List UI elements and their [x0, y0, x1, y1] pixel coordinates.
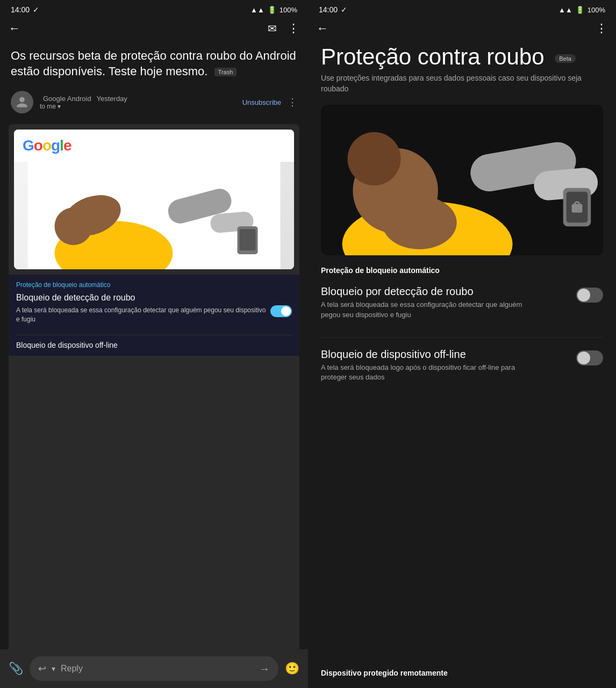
svg-rect-7: [240, 229, 256, 250]
right-content: Proteção contra roubo Beta Use proteções…: [308, 40, 616, 663]
left-signal-icon: ▲▲: [250, 6, 264, 14]
left-time: 14:00: [11, 5, 30, 14]
card-inner: Google: [14, 130, 294, 269]
feature2-title: Bloqueio de dispositivo off-line: [16, 335, 292, 349]
sender-info: Google Android Yesterday to me ▾: [40, 94, 236, 110]
right-battery-pct: 100%: [588, 6, 605, 14]
feature1-desc: A tela será bloqueada se essa configuraç…: [321, 300, 538, 319]
section-label: Proteção de bloqueio automático: [321, 266, 603, 275]
left-status-bar: 14:00 ✓ ▲▲ 🔋 100%: [0, 0, 308, 17]
page-title: Proteção contra roubo Beta: [321, 44, 603, 70]
unsubscribe-button[interactable]: Unsubscribe: [242, 98, 281, 106]
right-time: 14:00: [319, 5, 338, 14]
right-panel: 14:00 ✓ ▲▲ 🔋 100% ← ⋮ Proteção contra ro…: [308, 0, 616, 688]
feature1-title: Bloqueio de detecção de roubo: [16, 293, 270, 303]
avatar: [11, 91, 33, 113]
sender-name: Google Android Yesterday: [40, 94, 236, 103]
right-signal-icon: ▲▲: [558, 6, 572, 14]
beta-badge: Beta: [555, 54, 576, 63]
sender-row: Google Android Yesterday to me ▾ Unsubsc…: [0, 85, 308, 119]
email-subject: Os recursos beta de proteção contra roub…: [0, 40, 308, 85]
reply-bar: 📎 ↩ ▾ Reply → 🙂: [0, 649, 308, 688]
email-content-card: Google: [9, 124, 299, 683]
trash-badge[interactable]: Trash: [214, 68, 237, 76]
reply-icon[interactable]: ↩: [38, 663, 46, 675]
sender-more-icon[interactable]: ⋮: [288, 96, 297, 108]
google-logo: Google: [23, 137, 71, 154]
feature-item-1: Bloqueio por detecção de roubo A tela se…: [321, 285, 603, 337]
google-logo-area: Google: [14, 130, 294, 162]
feature1-toggle[interactable]: [576, 288, 603, 303]
feature2-desc: A tela será bloqueada logo após o dispos…: [321, 363, 538, 382]
right-more-icon[interactable]: ⋮: [596, 22, 607, 35]
reply-text: Reply: [61, 664, 254, 673]
hero-image: [321, 105, 603, 255]
back-button[interactable]: ←: [9, 22, 20, 35]
attach-icon[interactable]: 📎: [9, 662, 23, 676]
feature2-toggle[interactable]: [576, 350, 603, 366]
emoji-icon[interactable]: 🙂: [285, 662, 299, 676]
card-image: [14, 162, 294, 269]
page-subtitle: Use proteções integradas para seus dados…: [321, 73, 603, 94]
bottom-section-label: Dispositivo protegido remotamente: [308, 663, 616, 688]
left-battery-icon: 🔋: [268, 6, 276, 14]
reply-input-area[interactable]: ↩ ▾ Reply →: [30, 656, 278, 681]
more-icon[interactable]: ⋮: [288, 22, 299, 35]
feature1-desc: A tela será bloqueada se essa configuraç…: [16, 306, 270, 324]
card-bottom: Proteção de bloqueio automático Bloqueio…: [9, 275, 299, 356]
right-battery-icon: 🔋: [576, 6, 584, 14]
feature1-toggle[interactable]: [270, 305, 292, 317]
right-top-bar: ← ⋮: [308, 17, 616, 40]
left-panel: 14:00 ✓ ▲▲ 🔋 100% ← ✉ ⋮ Os recursos beta…: [0, 0, 308, 688]
svg-point-3: [55, 207, 92, 245]
right-checkmark: ✓: [341, 5, 347, 14]
svg-rect-17: [572, 204, 583, 213]
left-battery-pct: 100%: [280, 6, 297, 14]
svg-point-11: [382, 196, 457, 249]
sender-to[interactable]: to me ▾: [40, 103, 236, 110]
archive-icon[interactable]: ✉: [268, 22, 277, 35]
right-back-button[interactable]: ←: [317, 22, 328, 35]
feature-item-2: Bloqueio de dispositivo off-line A tela …: [321, 348, 603, 399]
right-status-bar: 14:00 ✓ ▲▲ 🔋 100%: [308, 0, 616, 17]
reply-dropdown-icon[interactable]: ▾: [52, 664, 55, 673]
svg-point-12: [348, 132, 401, 185]
left-checkmark: ✓: [33, 5, 39, 14]
left-top-bar: ← ✉ ⋮: [0, 17, 308, 40]
forward-icon[interactable]: →: [259, 663, 270, 675]
feature1-title: Bloqueio por detecção de roubo: [321, 285, 576, 298]
card-section-title: Proteção de bloqueio automático: [16, 281, 292, 289]
feature1-row: Bloqueio de detecção de roubo A tela ser…: [16, 293, 292, 329]
feature2-title: Bloqueio de dispositivo off-line: [321, 348, 576, 361]
